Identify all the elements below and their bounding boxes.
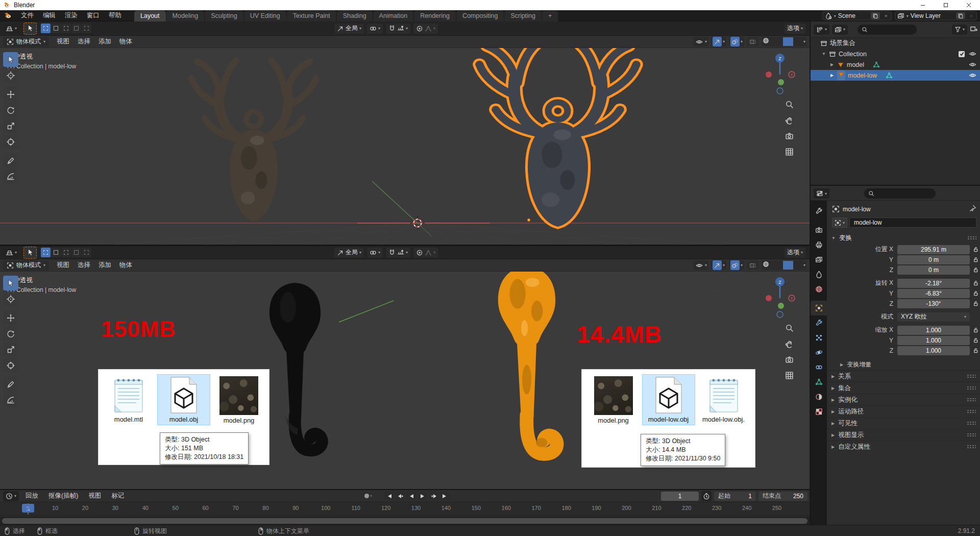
shading-solid-button[interactable]	[773, 261, 783, 270]
auto-key-toggle[interactable]: ▾	[364, 494, 372, 498]
shading-material-button[interactable]	[783, 261, 793, 270]
tool-select-box[interactable]	[3, 52, 18, 67]
tool-cursor[interactable]	[3, 291, 18, 306]
maximize-button[interactable]	[934, 0, 957, 10]
workspace-tab-7[interactable]: Rendering	[414, 11, 456, 21]
menu-item-2[interactable]: 渲染	[60, 10, 82, 21]
editor-type-button[interactable]: ▾	[3, 248, 19, 258]
file-item-mtl[interactable]: model.mtl	[103, 375, 155, 425]
properties-search[interactable]	[864, 188, 936, 199]
scene-copy-button[interactable]	[871, 12, 880, 19]
timeline-menu-3[interactable]: 标记	[107, 491, 129, 501]
hide-eye-icon[interactable]	[969, 71, 976, 79]
workspace-tab-6[interactable]: Animation	[373, 11, 414, 21]
outliner-row-scene-collection[interactable]: 场景集合	[811, 38, 980, 48]
shading-material-button[interactable]	[783, 37, 793, 46]
snap-toggle[interactable]: ▾	[386, 23, 410, 34]
shading-dropdown[interactable]: ▾	[803, 263, 805, 267]
select-mode-new[interactable]	[41, 248, 51, 257]
shading-dropdown[interactable]: ▾	[803, 39, 805, 44]
proportional-edit-toggle[interactable]: ▾	[413, 23, 438, 34]
gizmo-y-axis[interactable]	[778, 79, 784, 85]
rotation-z-field[interactable]: -130°	[897, 299, 970, 308]
tab-particles[interactable]	[811, 330, 827, 345]
outliner-filter-button[interactable]: ▾	[952, 25, 967, 35]
scale-y-field[interactable]: 1.000	[897, 336, 970, 345]
proportional-edit-toggle[interactable]: ▾	[413, 248, 438, 258]
tab-view-layer[interactable]	[811, 252, 827, 267]
zoom-button[interactable]	[783, 98, 795, 110]
hide-eye-icon[interactable]	[969, 50, 976, 58]
navigation-gizmo[interactable]: Z X	[765, 51, 797, 96]
prop-section-5[interactable]: 视图显示	[827, 429, 980, 441]
tab-constraints[interactable]	[811, 360, 827, 375]
timeline-editor-button[interactable]: ▾	[3, 491, 19, 501]
viewport-menu-0[interactable]: 视图	[53, 36, 73, 47]
object-visibility-dropdown[interactable]: ▾	[693, 37, 708, 46]
view-layer-copy-button[interactable]	[956, 12, 965, 19]
tool-rotate[interactable]	[3, 326, 18, 341]
rotation-y-field[interactable]: -6.83°	[897, 289, 970, 298]
gizmos-toggle[interactable]: ▾	[711, 260, 726, 270]
prop-section-1[interactable]: 集合	[827, 382, 980, 394]
menu-item-3[interactable]: 窗口	[82, 10, 104, 21]
viewport-menu-1[interactable]: 选择	[74, 36, 94, 47]
active-tool-button[interactable]	[23, 247, 37, 259]
select-mode-intersect[interactable]	[82, 248, 91, 257]
jump-to-start-button[interactable]	[384, 492, 394, 501]
gizmo-x-neg[interactable]	[766, 71, 772, 78]
menu-item-0[interactable]: 文件	[16, 10, 38, 21]
zoom-button[interactable]	[783, 322, 795, 334]
workspace-tab-2[interactable]: Sculpting	[205, 11, 243, 21]
shading-wireframe-button[interactable]	[763, 37, 773, 46]
tab-output[interactable]	[811, 237, 827, 252]
tab-scene[interactable]	[811, 267, 827, 282]
outliner-filter-mode[interactable]: ▾	[832, 25, 848, 35]
play-reverse-button[interactable]	[406, 492, 416, 501]
tab-modifiers[interactable]	[811, 315, 827, 330]
next-keyframe-button[interactable]	[429, 492, 439, 501]
blender-menu-icon[interactable]	[4, 12, 12, 19]
options-button[interactable]: 选项▾	[785, 248, 805, 258]
rotation-x-field[interactable]: -2.18°	[897, 279, 970, 288]
object-name-field[interactable]: model-low	[849, 217, 976, 228]
tab-tool[interactable]	[811, 204, 827, 218]
viewport-menu-2[interactable]: 添加	[95, 260, 115, 271]
xray-toggle[interactable]	[747, 260, 759, 270]
viewport-menu-0[interactable]: 视图	[53, 260, 73, 271]
tool-move[interactable]	[3, 310, 18, 325]
object-visibility-dropdown[interactable]: ▾	[693, 260, 708, 270]
collection-checkbox[interactable]	[959, 51, 965, 57]
editor-type-button[interactable]: ▾	[3, 23, 19, 34]
lock-icon[interactable]	[973, 348, 978, 353]
frame-start-field[interactable]: 起始1	[714, 492, 756, 501]
outliner-row-collection[interactable]: Collection	[811, 48, 980, 59]
location-y-field[interactable]: 0 m	[897, 255, 970, 264]
rotation-mode-dropdown[interactable]: XYZ 欧拉▾	[897, 312, 970, 322]
select-mode-subtract[interactable]	[61, 248, 71, 257]
ortho-toggle-button[interactable]	[783, 145, 795, 158]
file-item-low-mtl[interactable]: model-low.obj.	[698, 375, 750, 425]
gizmo-z-neg[interactable]	[777, 88, 783, 94]
tool-transform[interactable]	[3, 134, 18, 149]
tab-object[interactable]	[811, 301, 827, 315]
transform-orientation-dropdown[interactable]: 全局▾	[334, 23, 364, 34]
tab-texture[interactable]	[811, 404, 827, 419]
select-mode-invert[interactable]	[71, 23, 81, 33]
active-tool-button[interactable]	[23, 22, 37, 35]
select-mode-subtract[interactable]	[61, 23, 71, 33]
shading-rendered-button[interactable]	[793, 261, 803, 270]
navigation-gizmo[interactable]: Z X	[765, 275, 797, 320]
location-x-field[interactable]: 295.91 m	[897, 245, 970, 254]
tool-transform[interactable]	[3, 358, 18, 373]
viewport-menu-2[interactable]: 添加	[95, 36, 115, 47]
current-frame-field[interactable]: 1	[661, 492, 699, 501]
workspace-tab-5[interactable]: Shading	[337, 11, 373, 21]
mode-selector[interactable]: 物体模式▾	[3, 37, 49, 47]
scale-x-field[interactable]: 1.000	[897, 326, 970, 335]
tab-render[interactable]	[811, 223, 827, 237]
lock-icon[interactable]	[973, 280, 978, 286]
tool-scale[interactable]	[3, 342, 18, 357]
shading-solid-button[interactable]	[773, 37, 783, 46]
outliner-search[interactable]	[857, 25, 917, 35]
